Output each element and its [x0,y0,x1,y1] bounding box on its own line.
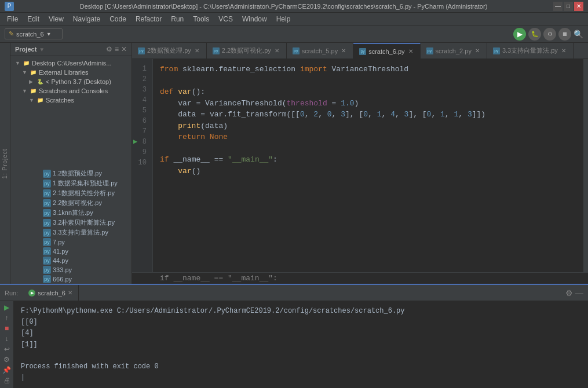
file-tree-content: ▼ 📁 Desktop C:\Users\Adminis... ▼ 📁 Exte… [10,56,132,169]
tab-close-btn[interactable]: ✕ [560,47,567,54]
title-bar: P Desktop [C:\Users\Administrator\Deskto… [0,0,588,13]
python-icon: 🐍 [36,78,44,86]
py-file-icon: py [43,257,51,265]
tab-scratch_5-py[interactable]: py scratch_5.py ✕ [287,43,353,58]
tree-file-666.py[interactable]: py 666.py [10,274,132,284]
run-play-btn[interactable]: ▶ [2,303,12,312]
tree-file-2.2数据可视化.py[interactable]: py 2.2数据可视化.py [10,198,132,208]
tree-item-ext-libs[interactable]: ▼ 📁 External Libraries [10,68,132,77]
tab-close-btn[interactable]: ✕ [273,47,280,54]
tree-item-scratches[interactable]: ▼ 📁 Scratches [10,96,132,105]
run-print-btn[interactable]: 🖨 [2,376,12,385]
menu-item-edit[interactable]: Edit [23,14,44,24]
project-title: Project ▼ [15,46,45,53]
run-scroll-up-btn[interactable]: ↑ [2,314,12,322]
tab-close-btn[interactable]: ✕ [340,47,347,54]
run-tab-close[interactable]: ✕ [68,290,72,296]
editor-scrollbar[interactable] [583,59,588,272]
run-stop-btn[interactable]: ■ [2,324,12,332]
menu-item-navigate[interactable]: Navigate [68,14,105,24]
tree-item-python[interactable]: ▶ 🐍 < Python 3.7 (Desktop) [10,77,132,86]
debug-button[interactable]: 🐛 [528,28,541,41]
tree-file-3.2朴素贝叶斯算法.py[interactable]: py 3.2朴素贝叶斯算法.py [10,218,132,228]
tab-close-btn[interactable]: ✕ [193,47,200,54]
tree-file-1.数据采集和预处理.py[interactable]: py 1.数据采集和预处理.py [10,178,132,188]
tree-file-3.1knn算法.py[interactable]: py 3.1knn算法.py [10,208,132,218]
tab-close-btn[interactable]: ✕ [474,47,481,54]
py-file-icon: py [43,219,51,227]
menu-item-vcs[interactable]: VCS [214,14,238,24]
menu-item-window[interactable]: Window [238,14,272,24]
run-output-line-5: Process finished with exit code 0 [21,361,581,372]
tree-file-2.1数据相关性分析.py[interactable]: py 2.1数据相关性分析.py [10,188,132,198]
py-file-icon: py [43,266,51,274]
run-button[interactable]: ▶ [513,28,526,41]
py-file-icon: py [43,275,51,283]
line-number-8: ▶8 [132,137,149,147]
menu-item-refactor[interactable]: Refactor [131,14,166,24]
tree-file-333.py[interactable]: py 333.py [10,265,132,274]
line-number-2: 2 [132,74,149,85]
run-toolbar: ▶ ↑ ■ ↓ ↩ ⚙ 📌 🖨 🗑 [0,301,14,388]
close-button[interactable]: ✕ [574,2,583,11]
menu-item-view[interactable]: View [44,14,68,24]
tab-2数据预处理-py[interactable]: py 2数据预处理.py ✕ [132,43,207,58]
run-pin-btn[interactable]: 📌 [2,366,12,374]
tree-file-3.3支持向量算法.py[interactable]: py 3.3支持向量算法.py [10,228,132,237]
tree-file-44.py[interactable]: py 44.py [10,256,132,265]
py-file-icon: py [43,199,51,207]
code-line-9: if __name__ == "__main__": [160,154,576,166]
tree-close-btn[interactable]: ✕ [121,45,127,53]
tab-file-icon: py [213,47,220,54]
settings-button[interactable]: ⚙ [543,28,556,41]
bottom-code-line: if __name__ == "__main__": [132,272,588,284]
tree-item-desktop[interactable]: ▼ 📁 Desktop C:\Users\Adminis... [10,58,132,68]
run-output-line-2: [4] [21,328,581,339]
tree-settings-btn[interactable]: ⚙ [106,45,112,53]
project-label: 1: Project [2,148,8,178]
run-wrap-btn[interactable]: ↩ [2,345,12,353]
code-container: 1234567▶8910 from sklearn.feature_select… [132,59,588,272]
menu-item-run[interactable]: Run [166,14,188,24]
run-tab[interactable]: ▶ scratch_6 ✕ [23,285,79,301]
code-line-8 [160,143,576,155]
folder-icon: 📁 [29,68,37,76]
tree-file-41.py[interactable]: py 41.py [10,247,132,256]
run-settings-btn[interactable]: ⚙ [565,288,573,298]
tab-2-2数据可视化-py[interactable]: py 2.2数据可视化.py ✕ [207,43,287,58]
run-panel-close-btn[interactable]: — [575,288,583,298]
maximize-button[interactable]: □ [564,2,573,11]
py-file-icon: py [43,189,51,197]
line-number-3: 3 [132,85,149,95]
tab-scratch_6-py[interactable]: py scratch_6.py ✕ [353,43,420,58]
stop-button[interactable]: ⏹ [558,28,571,41]
menu-item-tools[interactable]: Tools [188,14,214,24]
menu-item-help[interactable]: Help [272,14,295,24]
scratch-dropdown[interactable]: ✎ scratch_6 ▼ [5,28,63,39]
line-number-7: 7 [132,126,149,137]
tab-file-icon: py [138,47,145,54]
search-button[interactable]: 🔍 [574,30,583,39]
code-editor[interactable]: from sklearn.feature_selection import Va… [153,59,583,272]
run-gear-btn[interactable]: ⚙ [2,356,12,364]
tab-3-3支持向量算法-py[interactable]: py 3.3支持向量算法.py ✕ [487,43,574,58]
minimize-button[interactable]: — [553,2,563,11]
arrow-icon: ▶ [133,137,137,147]
menu-bar: FileEditViewNavigateCodeRefactorRunTools… [0,13,588,25]
tab-scratch_2-py[interactable]: py scratch_2.py ✕ [421,43,487,58]
tree-collapse-btn[interactable]: ≡ [115,45,119,53]
chevron-down-icon: ▼ [46,31,52,37]
menu-item-file[interactable]: File [2,14,23,24]
run-label: Run: [5,290,18,297]
project-sidebar-label: 1: Project [0,43,10,284]
tree-file-1.2数据预处理.py[interactable]: py 1.2数据预处理.py [10,169,132,178]
tab-close-btn[interactable]: ✕ [407,48,414,54]
run-scroll-down-btn[interactable]: ↓ [2,335,12,343]
tab-label: scratch_6.py [368,48,404,55]
run-output-area: ▶ ↑ ■ ↓ ↩ ⚙ 📌 🖨 🗑 F:\PythonM\pythonw.exe… [0,301,588,388]
tree-item-scratches-consoles[interactable]: ▼ 📁 Scratches and Consoles [10,86,132,96]
tree-file-7.py[interactable]: py 7.py [10,237,132,247]
title-bar-controls: — □ ✕ [553,2,583,11]
menu-item-code[interactable]: Code [105,14,131,24]
editor-area: py 2数据预处理.py ✕py 2.2数据可视化.py ✕py scratch… [132,43,588,284]
